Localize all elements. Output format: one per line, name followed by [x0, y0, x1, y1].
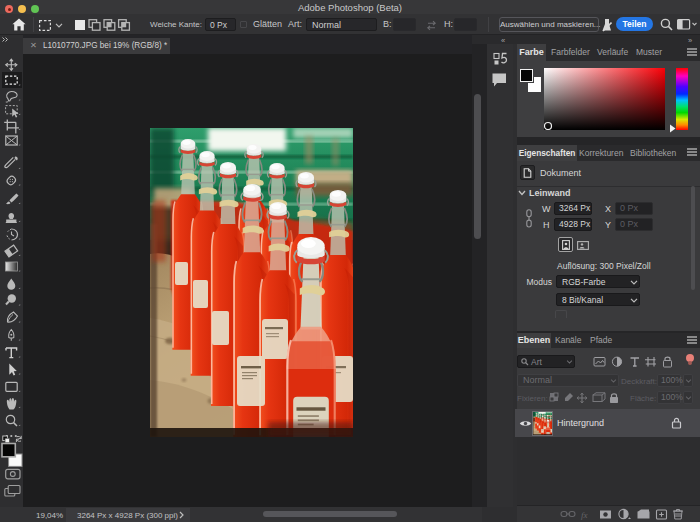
svg-text:fx: fx	[581, 510, 588, 520]
